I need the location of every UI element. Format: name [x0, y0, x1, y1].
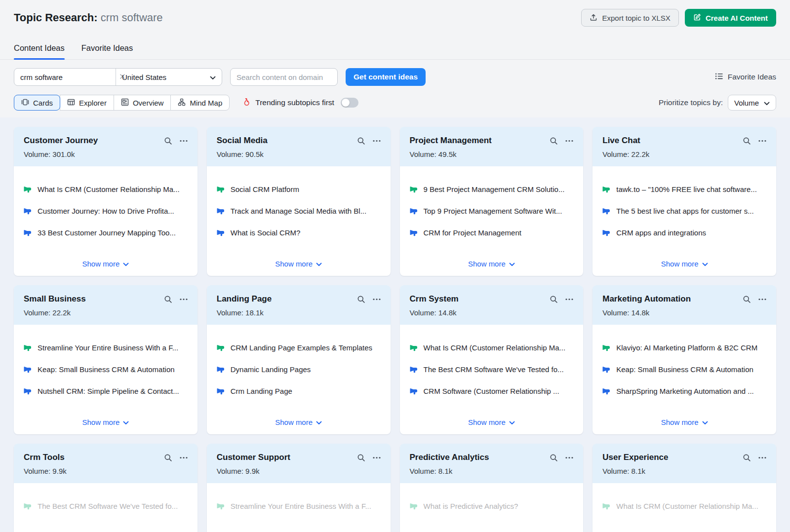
create-ai-content-button[interactable]: Create AI Content: [685, 9, 776, 27]
idea-list: Streamline Your Entire Business With a F…: [24, 343, 188, 395]
content-idea-text: Keap: Small Business CRM & Automation: [38, 365, 175, 374]
get-content-ideas-button[interactable]: Get content ideas: [346, 68, 426, 86]
view-mindmap-button[interactable]: Mind Map: [170, 95, 230, 111]
content-idea[interactable]: The 5 best live chat apps for customer s…: [602, 207, 766, 215]
view-overview-label: Overview: [133, 99, 164, 107]
search-topic-icon[interactable]: [743, 454, 751, 462]
content-idea-text: The 5 best live chat apps for customer s…: [616, 207, 753, 215]
content-idea[interactable]: Track and Manage Social Media with Bl...: [217, 207, 381, 215]
more-options-icon[interactable]: [373, 456, 381, 459]
search-topic-icon[interactable]: [550, 137, 558, 145]
content-idea-text: What Is CRM (Customer Relationship Ma...: [424, 343, 566, 352]
content-idea[interactable]: Streamline Your Entire Business With a F…: [24, 343, 188, 352]
view-explorer-button[interactable]: Explorer: [60, 95, 114, 111]
content-idea[interactable]: CRM Software (Customer Relationship ...: [410, 387, 574, 395]
content-idea[interactable]: CRM apps and integrations: [602, 228, 766, 237]
content-idea[interactable]: CRM Landing Page Examples & Templates: [217, 343, 381, 352]
content-idea[interactable]: What Is CRM (Customer Relationship Ma...: [410, 343, 574, 352]
more-options-icon[interactable]: [373, 140, 381, 142]
topic-card-header: Landing Page Volume: 18.1k: [207, 285, 391, 325]
show-more-button[interactable]: Show more: [592, 260, 776, 268]
content-idea[interactable]: CRM for Project Management: [410, 228, 574, 237]
topic-card-header: Predictive Analytics Volume: 8.1k: [400, 444, 584, 483]
prioritize-select[interactable]: Volume: [728, 95, 776, 111]
flame-icon: [242, 98, 251, 108]
topic-card-body: What Is CRM (Customer Relationship Ma...…: [592, 483, 776, 532]
content-idea[interactable]: What Is CRM (Customer Relationship Ma...: [24, 185, 188, 193]
show-more-button[interactable]: Show more: [592, 418, 776, 426]
content-idea[interactable]: Crm Landing Page: [217, 387, 381, 395]
more-options-icon[interactable]: [373, 298, 381, 301]
more-options-icon[interactable]: [565, 140, 573, 142]
search-topic-icon[interactable]: [743, 295, 751, 304]
megaphone-icon: [24, 344, 32, 352]
view-cards-button[interactable]: Cards: [14, 95, 60, 111]
content-idea[interactable]: Streamline Your Entire Business With a F…: [217, 502, 381, 510]
idea-list: What Is CRM (Customer Relationship Ma...: [602, 502, 766, 510]
topic-card-body: Social CRM Platform Track and Manage Soc…: [207, 166, 391, 276]
search-topic-icon[interactable]: [164, 454, 172, 462]
country-select[interactable]: United States: [116, 69, 222, 85]
show-more-button[interactable]: Show more: [400, 418, 584, 426]
view-switcher: Cards Explorer: [14, 95, 230, 111]
content-idea[interactable]: Keap: Small Business CRM & Automation: [24, 365, 188, 374]
topic-title: Small Business: [24, 294, 86, 304]
content-idea[interactable]: Top 9 Project Management Software Wit...: [410, 207, 574, 215]
content-idea[interactable]: What is Social CRM?: [217, 228, 381, 237]
content-idea[interactable]: Social CRM Platform: [217, 185, 381, 193]
domain-search-input[interactable]: [230, 68, 338, 86]
show-more-button[interactable]: Show more: [14, 418, 198, 426]
search-topic-icon[interactable]: [743, 137, 751, 145]
content-idea-text: tawk.to – "100% FREE live chat software.…: [616, 185, 757, 193]
favorite-ideas-link[interactable]: Favorite Ideas: [715, 72, 776, 82]
more-options-icon[interactable]: [180, 298, 188, 301]
content-idea[interactable]: Customer Journey: How to Drive Profita..…: [24, 207, 188, 215]
more-options-icon[interactable]: [758, 298, 766, 301]
tab-favorite-ideas[interactable]: Favorite Ideas: [81, 43, 133, 59]
more-options-icon[interactable]: [758, 456, 766, 459]
content-idea[interactable]: Klaviyo: AI Marketing Platform & B2C CRM: [602, 343, 766, 352]
show-more-button[interactable]: Show more: [400, 260, 584, 268]
content-idea[interactable]: tawk.to – "100% FREE live chat software.…: [602, 185, 766, 193]
content-idea[interactable]: What is Predictive Analytics?: [410, 502, 574, 510]
content-idea[interactable]: SharpSpring Marketing Automation and ...: [602, 387, 766, 395]
export-xlsx-button[interactable]: Export topic to XLSX: [581, 9, 678, 27]
show-more-label: Show more: [661, 418, 699, 426]
view-overview-button[interactable]: Overview: [114, 95, 171, 111]
show-more-button[interactable]: Show more: [207, 260, 391, 268]
content-idea[interactable]: The Best CRM Software We've Tested fo...: [24, 502, 188, 510]
content-idea[interactable]: Nutshell CRM: Simple Pipeline & Contact.…: [24, 387, 188, 395]
edit-icon: [693, 13, 701, 23]
show-more-button[interactable]: Show more: [207, 418, 391, 426]
content-idea[interactable]: Dynamic Landing Pages: [217, 365, 381, 374]
chevron-down-icon: [123, 418, 129, 426]
content-idea[interactable]: Keap: Small Business CRM & Automation: [602, 365, 766, 374]
content-idea-text: Social CRM Platform: [231, 185, 299, 193]
trending-toggle[interactable]: [341, 98, 358, 108]
content-idea-text: Dynamic Landing Pages: [231, 365, 311, 374]
content-idea[interactable]: 33 Best Customer Journey Mapping Too...: [24, 228, 188, 237]
search-topic-icon[interactable]: [164, 295, 172, 304]
idea-list: CRM Landing Page Examples & Templates Dy…: [217, 343, 381, 395]
show-more-button[interactable]: Show more: [14, 260, 198, 268]
content-idea[interactable]: The Best CRM Software We've Tested fo...: [410, 365, 574, 374]
keyword-input[interactable]: [20, 73, 118, 81]
search-topic-icon[interactable]: [357, 454, 365, 462]
create-ai-content-label: Create AI Content: [706, 14, 768, 22]
more-options-icon[interactable]: [180, 140, 188, 142]
search-topic-icon[interactable]: [357, 295, 365, 304]
search-topic-icon[interactable]: [550, 454, 558, 462]
search-topic-icon[interactable]: [357, 137, 365, 145]
more-options-icon[interactable]: [565, 456, 573, 459]
content-idea[interactable]: What Is CRM (Customer Relationship Ma...: [602, 502, 766, 510]
more-options-icon[interactable]: [180, 456, 188, 459]
toolbar-row: Cards Explorer: [14, 95, 776, 111]
tab-content-ideas[interactable]: Content Ideas: [14, 43, 65, 59]
search-topic-icon[interactable]: [550, 295, 558, 304]
chevron-down-icon: [702, 418, 708, 426]
more-options-icon[interactable]: [758, 140, 766, 142]
content-idea[interactable]: 9 Best Project Management CRM Solutio...: [410, 185, 574, 193]
topic-volume: Volume: 22.2k: [602, 150, 766, 158]
search-topic-icon[interactable]: [164, 137, 172, 145]
more-options-icon[interactable]: [565, 298, 573, 301]
